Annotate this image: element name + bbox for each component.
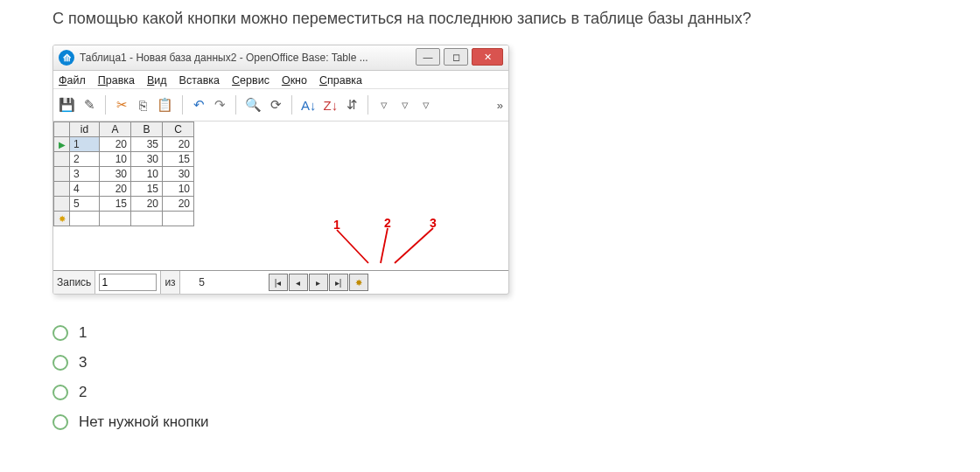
- record-total: 5: [180, 276, 224, 288]
- row-header-blank: [54, 122, 70, 137]
- embedded-screenshot: ⟰ Таблица1 - Новая база данных2 - OpenOf…: [52, 45, 509, 295]
- save-icon[interactable]: 💾: [59, 97, 75, 113]
- nav-first-button[interactable]: |◂: [269, 274, 288, 291]
- window-titlebar: ⟰ Таблица1 - Новая база данных2 - OpenOf…: [53, 45, 508, 71]
- copy-icon[interactable]: ⎘: [136, 98, 150, 113]
- cut-icon[interactable]: ✂: [115, 97, 129, 113]
- col-header-id[interactable]: id: [70, 122, 100, 137]
- option-label: Нет нужной кнопки: [79, 413, 209, 431]
- edit-icon[interactable]: ✎: [82, 97, 96, 113]
- menu-tools[interactable]: Сервис: [232, 74, 270, 87]
- col-header-C[interactable]: C: [163, 122, 194, 137]
- toolbar: 💾 ✎ ✂ ⎘ 📋 ↶ ↷ 🔍 ⟳ A↓ Z↓ ⇵ ▿ ▿ ▿ »: [53, 89, 508, 121]
- table-row[interactable]: ▶ 1203520: [54, 137, 194, 152]
- option-3[interactable]: 2: [52, 384, 980, 401]
- menu-view[interactable]: Вид: [147, 74, 167, 87]
- menu-help[interactable]: Справка: [319, 74, 362, 87]
- maximize-button[interactable]: ◻: [444, 48, 468, 66]
- nav-next-button[interactable]: ▸: [309, 274, 328, 291]
- radio-icon[interactable]: [52, 355, 68, 371]
- radio-icon[interactable]: [52, 325, 68, 341]
- svg-line-2: [395, 228, 433, 263]
- menu-edit[interactable]: Правка: [98, 74, 135, 87]
- data-table[interactable]: id A B C ▶ 1203520 2103015 3301030 42015…: [53, 121, 194, 226]
- redo-icon[interactable]: ↷: [213, 97, 227, 113]
- nav-prev-button[interactable]: ◂: [289, 274, 308, 291]
- minimize-button[interactable]: —: [416, 48, 440, 66]
- current-row-icon: ▶: [59, 140, 66, 149]
- record-label: Запись: [53, 271, 95, 294]
- svg-line-0: [337, 230, 368, 263]
- option-label: 3: [79, 354, 87, 371]
- table-row[interactable]: ✸: [54, 212, 194, 226]
- filter2-icon[interactable]: ▿: [398, 97, 412, 113]
- menu-file[interactable]: Файл: [59, 74, 86, 87]
- sort-icon[interactable]: ⇵: [345, 97, 359, 113]
- option-4[interactable]: Нет нужной кнопки: [52, 413, 980, 431]
- close-button[interactable]: ✕: [472, 48, 503, 66]
- undo-icon[interactable]: ↶: [192, 97, 206, 113]
- toolbar-overflow-icon[interactable]: »: [497, 99, 503, 112]
- record-navigator: Запись из 5 |◂ ◂ ▸ ▸| ✸: [53, 270, 508, 294]
- radio-icon[interactable]: [52, 385, 68, 400]
- option-label: 1: [79, 324, 87, 342]
- col-header-B[interactable]: B: [131, 122, 163, 137]
- menu-bar: Файл Правка Вид Вставка Сервис Окно Спра…: [53, 71, 508, 89]
- filter3-icon[interactable]: ▿: [419, 97, 433, 113]
- binoculars-icon[interactable]: 🔍: [245, 97, 262, 113]
- app-icon: ⟰: [59, 50, 74, 66]
- option-2[interactable]: 3: [52, 354, 980, 371]
- record-of-label: из: [160, 271, 179, 294]
- nav-new-button[interactable]: ✸: [349, 274, 368, 291]
- filter-icon[interactable]: ▿: [377, 97, 391, 113]
- radio-icon[interactable]: [52, 414, 68, 430]
- option-1[interactable]: 1: [52, 324, 980, 342]
- menu-insert[interactable]: Вставка: [179, 74, 220, 87]
- answer-options: 1 3 2 Нет нужной кнопки: [52, 324, 980, 431]
- record-number-input[interactable]: [99, 274, 157, 291]
- menu-window[interactable]: Окно: [282, 74, 307, 87]
- new-row-icon: ✸: [59, 214, 66, 224]
- table-row[interactable]: 5152020: [54, 197, 194, 212]
- table-row[interactable]: 3301030: [54, 167, 194, 182]
- sort-desc-icon[interactable]: Z↓: [324, 98, 339, 113]
- svg-line-1: [381, 228, 388, 263]
- table-row[interactable]: 2103015: [54, 152, 194, 167]
- window-title: Таблица1 - Новая база данных2 - OpenOffi…: [80, 52, 368, 64]
- table-row[interactable]: 4201510: [54, 182, 194, 197]
- option-label: 2: [79, 384, 87, 401]
- paste-icon[interactable]: 📋: [157, 97, 173, 113]
- sort-asc-icon[interactable]: A↓: [301, 98, 317, 113]
- col-header-A[interactable]: A: [100, 122, 131, 137]
- question-text: С помощью какой кнопки можно переместить…: [52, 9, 980, 29]
- refresh-icon[interactable]: ⟳: [269, 97, 283, 113]
- annotation-arrows: [316, 219, 456, 270]
- nav-last-button[interactable]: ▸|: [329, 274, 348, 291]
